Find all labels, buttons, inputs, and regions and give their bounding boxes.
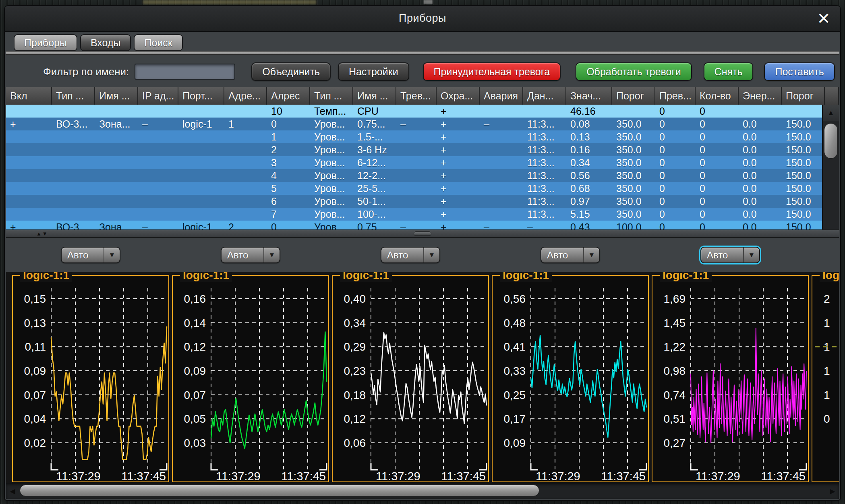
column-header[interactable]: Вкл — [6, 87, 52, 105]
column-header[interactable]: Прев... — [655, 87, 696, 105]
set-button[interactable]: Поставить — [764, 62, 835, 81]
table-cell — [95, 143, 138, 156]
chart-scale-combo-1[interactable]: Авто▼ — [61, 247, 120, 263]
svg-text:0: 0 — [824, 413, 830, 425]
svg-text:0,40: 0,40 — [344, 293, 366, 305]
svg-text:0,09: 0,09 — [184, 365, 206, 377]
table-cell — [523, 105, 566, 118]
column-header[interactable]: Авария — [480, 87, 523, 105]
column-header[interactable]: Тип ... — [310, 87, 353, 105]
charts-horizontal-scrollbar[interactable]: ◀ ▶ — [6, 483, 839, 499]
table-cell: logic-1 — [178, 118, 224, 130]
table-row[interactable]: 4Уров...12-2...+11:3...0.56350.0000.0150… — [6, 169, 822, 182]
chart-scale-combo-4[interactable]: Авто▼ — [541, 247, 600, 263]
svg-text:0,33: 0,33 — [504, 365, 526, 377]
chart-scale-combo-3[interactable]: Авто▼ — [381, 247, 440, 263]
table-cell: 1 — [224, 118, 267, 130]
table-cell — [6, 182, 52, 195]
table-cell: 0.75... — [353, 118, 396, 130]
chart-plot: 1,691,451,220,980,740,510,2711:37:2911:3… — [652, 276, 810, 483]
table-cell: 0 — [696, 195, 739, 208]
tab-inputs[interactable]: Входы — [80, 34, 131, 51]
unset-button[interactable]: Снять — [704, 62, 754, 81]
table-cell — [95, 130, 138, 143]
table-row[interactable]: 6Уров...50-1...+11:3...0.97350.0000.0150… — [6, 195, 822, 208]
table-cell — [6, 208, 52, 221]
chevron-down-icon: ▼ — [743, 248, 759, 262]
table-row[interactable]: +ВО-3Зона–logic-120Уров0.75–+––0.43100.0… — [6, 221, 822, 229]
column-header[interactable]: Трев... — [396, 87, 437, 105]
table-cell: Уров — [310, 221, 353, 229]
table-cell: Уров... — [310, 208, 353, 221]
table-cell: + — [6, 118, 52, 130]
table-cell: 0 — [267, 221, 310, 229]
column-header[interactable]: Имя ... — [95, 87, 138, 105]
chart-scale-combo-2[interactable]: Авто▼ — [221, 247, 280, 263]
column-header[interactable]: Энер... — [739, 87, 782, 105]
table-row[interactable]: 5Уров...25-5...+11:3...0.68350.0000.0150… — [6, 182, 822, 195]
devices-dialog: Приборы ✕ ПриборыВходыПоиск Фильтр по им… — [4, 5, 841, 501]
table-cell: 0.0 — [739, 169, 782, 182]
table-cell: 0.97 — [566, 195, 612, 208]
close-button[interactable]: ✕ — [814, 8, 834, 29]
svg-text:11:37:29: 11:37:29 — [216, 470, 261, 483]
table-row[interactable]: 7Уров...100-...+11:3...5.15350.0000.0150… — [6, 208, 822, 221]
table-row[interactable]: 3Уров...6-12...+11:3...0.34350.0000.0150… — [6, 156, 822, 169]
merge-button[interactable]: Объединить — [251, 62, 331, 81]
table-cell — [480, 143, 523, 156]
table-cell — [480, 208, 523, 221]
filter-label: Фильтр по имени: — [43, 66, 129, 78]
tab-devices[interactable]: Приборы — [14, 34, 77, 51]
combo-value: Авто — [381, 250, 423, 261]
splitter-arrows-icon[interactable]: ▲▼ — [36, 231, 48, 237]
process-alarms-button[interactable]: Обработать тревоги — [576, 62, 692, 81]
force-alarm-button[interactable]: Принудительная тревога — [423, 62, 561, 81]
scroll-left-button[interactable]: ◀ — [6, 483, 19, 499]
scroll-right-button[interactable]: ▶ — [826, 483, 839, 499]
svg-text:11:37:29: 11:37:29 — [696, 470, 740, 483]
column-header[interactable]: Порт... — [178, 87, 224, 105]
table-cell: Уров... — [310, 118, 353, 130]
filter-input[interactable] — [135, 64, 235, 80]
column-header[interactable]: Имя ... — [353, 87, 396, 105]
table-vertical-scrollbar[interactable]: ▲ — [822, 105, 839, 229]
column-header[interactable]: Кол-во — [696, 87, 739, 105]
column-header[interactable]: Порог — [782, 87, 825, 105]
table-cell: 0 — [655, 118, 696, 130]
table-cell: – — [523, 221, 566, 229]
table-cell — [224, 156, 267, 169]
table-row[interactable]: 10Темп...CPU+46.1600 — [6, 105, 822, 118]
column-header[interactable]: Дан... — [523, 87, 566, 105]
table-cell: 150.0 — [782, 182, 822, 195]
table-row[interactable]: +ВО-3...Зона...–logic-110Уров...0.75...–… — [6, 118, 822, 130]
table-cell — [224, 182, 267, 195]
table-cell — [396, 169, 437, 182]
splitter[interactable]: ▲▼ — [6, 229, 839, 238]
table-row[interactable]: 1Уров...1.5-...+11:3...0.13350.0000.0150… — [6, 130, 822, 143]
table-cell: 11:3... — [523, 195, 566, 208]
table-cell: 0 — [696, 208, 739, 221]
column-header[interactable]: Охра... — [437, 87, 480, 105]
column-header[interactable]: Знач... — [566, 87, 612, 105]
chart-scale-combo-5[interactable]: Авто▼ — [700, 247, 760, 263]
svg-text:0,12: 0,12 — [184, 341, 206, 353]
svg-text:11:37:29: 11:37:29 — [376, 470, 420, 483]
horizontal-scrollbar-thumb[interactable] — [20, 485, 539, 496]
table-cell: 1 — [267, 130, 310, 143]
column-header[interactable]: IP ад... — [138, 87, 178, 105]
scroll-up-button[interactable]: ▲ — [823, 105, 839, 121]
tab-search[interactable]: Поиск — [134, 34, 182, 51]
column-header[interactable]: Алрес — [267, 87, 310, 105]
vertical-scrollbar-thumb[interactable] — [824, 123, 838, 159]
column-header[interactable]: Адре... — [224, 87, 267, 105]
svg-text:0,12: 0,12 — [344, 413, 366, 425]
table-row[interactable]: 2Уров...3-6 Hz+11:3...0.16350.0000.0150.… — [6, 143, 822, 156]
table-cell: 50-1... — [353, 195, 396, 208]
splitter-grip[interactable] — [414, 231, 431, 236]
settings-button[interactable]: Настройки — [338, 62, 409, 81]
svg-text:0,02: 0,02 — [24, 437, 46, 449]
column-header[interactable]: Тип ... — [52, 87, 95, 105]
column-header[interactable]: Порог — [612, 87, 655, 105]
table-cell — [52, 105, 95, 118]
svg-text:0,48: 0,48 — [504, 317, 526, 329]
